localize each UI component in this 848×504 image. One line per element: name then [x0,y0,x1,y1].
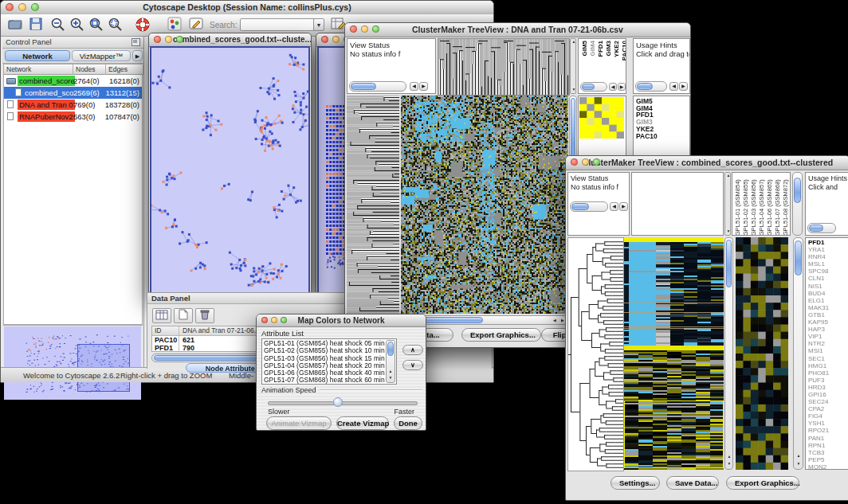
zoom-button[interactable] [281,317,287,323]
gene-label[interactable]: ELG1 [808,297,848,304]
column-label[interactable]: GPL51-08 (GSM872) [782,174,790,236]
column-label[interactable]: PAC10 [621,41,626,61]
treeview-dna-titlebar[interactable]: ClusterMaker TreeView : DNA and Tran 07-… [345,23,690,37]
dialog-titlebar[interactable]: Map Colors to Network [257,315,426,327]
attribute-list-vscrollbar[interactable]: ▲ ▼ [386,340,395,383]
tv1-column-dendrogram[interactable] [438,38,570,96]
zoom-button[interactable] [593,158,600,166]
tv2-global-heatmap[interactable] [624,237,724,470]
column-label[interactable]: GPL51-03 (GSM856) [750,174,758,236]
gene-label[interactable]: MAK31 [808,304,848,311]
column-label[interactable]: PFD1 [597,41,604,57]
export-graphics-button[interactable]: Export Graphics... [461,328,541,342]
zoom-fit-icon[interactable] [87,17,106,34]
tv1-global-heatmap[interactable] [401,96,568,314]
minimize-button[interactable] [271,317,277,323]
tv2-collabels-vscrollbar[interactable] [792,172,803,236]
column-label[interactable]: GPL51-07 (GSM868) [774,174,782,236]
tv2-column-dendrogram[interactable] [631,172,724,236]
minimize-button[interactable] [165,36,172,43]
gene-label[interactable]: VIP1 [808,333,848,340]
tv2-top-vscrollbar[interactable]: ▲ ▼ [724,172,731,236]
gene-label[interactable]: HAP3 [808,326,848,333]
column-header-network[interactable]: Network [4,64,73,75]
settings-button[interactable]: Settings... [610,476,660,490]
animation-speed-slider-thumb[interactable] [333,397,343,407]
gene-label[interactable]: SEC1 [808,355,848,362]
column-label[interactable]: GIM5 [581,41,588,57]
delete-attribute-icon[interactable] [195,308,214,323]
gene-label[interactable]: TCB3 [808,449,848,456]
minimize-button[interactable] [18,3,26,11]
gene-label[interactable]: HMG1 [808,362,848,369]
zoom-button[interactable] [31,3,39,11]
gene-label[interactable]: NTR2 [808,340,848,347]
gene-label[interactable]: PAN1 [808,435,848,442]
scroll-up-arrow[interactable]: ▲ [725,173,732,179]
animation-speed-slider-track[interactable] [268,401,418,405]
tv2-usage-hscrollbar[interactable] [807,223,836,233]
column-id[interactable]: ID [152,326,179,335]
gene-label[interactable]: CLN1 [808,275,848,282]
scroll-down-arrow[interactable]: ▼ [725,229,732,235]
open-folder-icon[interactable] [6,17,25,34]
close-button[interactable] [321,36,328,43]
tv1-row-dendrogram[interactable] [347,96,399,314]
move-down-button[interactable]: ∨ [402,360,423,370]
move-up-button[interactable]: ∧ [402,345,423,355]
column-header-nodes[interactable]: Nodes [73,64,106,75]
gene-label[interactable]: MSL1 [808,260,848,268]
gene-label[interactable]: SEC24 [808,398,848,405]
scroll-right-arrow[interactable]: ▶ [679,82,688,91]
scroll-up-arrow[interactable]: ▲ [571,39,577,45]
tv2-zoom-vscrollbar[interactable]: ▲ ▼ [793,237,803,470]
scroll-down-arrow[interactable]: ▼ [795,461,802,467]
network-canvas-1[interactable] [150,46,310,294]
create-vizmapbutton[interactable]: Create Vizmap [336,416,389,430]
search-input[interactable] [240,18,316,31]
tv2-heatmap-vscrollbar[interactable]: ▲ ▼ [724,237,733,470]
network-list-row[interactable]: combined_scores2764(0)16218(0) [4,75,142,87]
annotation-icon[interactable] [187,17,206,34]
gene-label[interactable]: NIS1 [808,283,848,290]
new-attribute-icon[interactable] [174,308,193,323]
tv1-status-hscrollbar[interactable] [349,81,406,92]
gene-label[interactable]: RPN1 [808,442,848,449]
zoom-region-icon[interactable] [106,17,125,34]
column-header-edges[interactable]: Edges [106,64,143,75]
column-label[interactable]: GIM3 [605,41,612,57]
zoom-button[interactable] [372,25,379,33]
tv2-row-dendrogram[interactable] [567,237,624,471]
donebutton[interactable]: Done [394,416,422,430]
tab-vizmapper[interactable]: VizMapper™ [72,50,131,61]
close-button[interactable] [571,158,578,166]
tv2-zoom-heatmap[interactable] [736,237,788,470]
network-list-row[interactable]: RNAPuberNov2+563(0)107847(0) [4,111,142,123]
treeview-combined-titlebar[interactable]: ClusterMaker TreeView : combined_scores_… [566,156,848,170]
gene-label[interactable]: SPC98 [808,268,848,275]
tv1-usage-hscrollbar[interactable] [635,81,667,92]
gene-label[interactable]: RPO21 [808,427,848,434]
scroll-right-arrow[interactable]: ▶ [419,82,428,91]
gene-label[interactable]: RNR4 [808,253,848,260]
network-list-row[interactable]: combined_sco2569(6)13112(15) [4,87,142,99]
gene-label[interactable]: FIG4 [808,412,848,420]
scroll-left-arrow[interactable]: ◀ [410,82,418,91]
gene-label[interactable]: CPA2 [808,405,848,412]
float-panel-icon[interactable] [132,38,140,48]
network-overview-thumbnail[interactable] [4,326,141,400]
column-label[interactable]: YKE2 [613,41,620,57]
gene-label[interactable]: GPI16 [808,391,848,398]
column-label[interactable]: GPL51-06 (GSM865) [766,174,774,236]
scroll-left-arrow[interactable]: ◀ [610,202,618,211]
scroll-right-arrow[interactable]: ▶ [618,83,626,91]
tv1-zoom-heatmap[interactable] [579,97,624,139]
network-window1-titlebar[interactable]: combined_scores_good.txt--cluste... [149,33,311,47]
zoom-button[interactable] [176,36,183,43]
help-lifering-icon[interactable] [133,17,152,34]
gene-label[interactable]: PFD1 [808,239,848,246]
tv2-status-hscrollbar[interactable] [570,201,608,212]
scroll-left-arrow[interactable]: ◀ [609,83,617,91]
scroll-down-arrow[interactable]: ▼ [387,375,394,381]
attribute-list-item[interactable]: GPL51-07 (GSM868) heat shock 60 min [262,377,396,384]
